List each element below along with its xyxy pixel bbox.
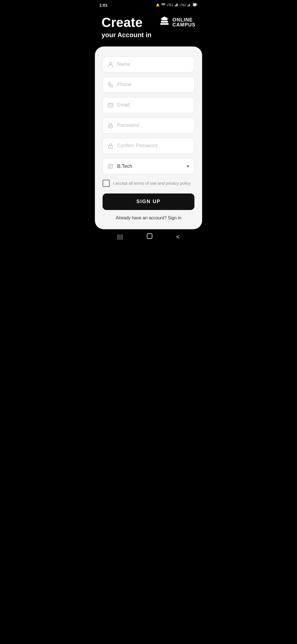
name-input[interactable] (117, 61, 190, 67)
logo-online-label: ONLINE (172, 17, 193, 22)
svg-rect-20 (147, 234, 152, 239)
logo-campus-label: CAMPUS (172, 22, 196, 27)
svg-rect-11 (161, 19, 167, 20)
svg-rect-8 (193, 4, 196, 6)
recent-apps-icon[interactable]: ||| (117, 234, 123, 240)
status-bar: 1:01 🔔 LTE1 LTE2 (95, 0, 202, 10)
course-select-wrapper: B.Tech M.Tech BCA MCA BSc MSc ▼ (103, 158, 194, 174)
person-icon (107, 61, 114, 67)
svg-rect-9 (160, 23, 169, 25)
svg-point-16 (110, 126, 111, 127)
password-input[interactable] (117, 122, 190, 128)
header: Create your Account in ONLINE CAMPUS (95, 10, 202, 47)
logo-icon (159, 15, 170, 29)
status-time: 1:01 (99, 3, 108, 7)
terms-checkbox[interactable] (103, 180, 110, 187)
signin-link[interactable]: Already have an account? Sign in (103, 215, 194, 220)
email-input-wrapper (103, 97, 194, 113)
svg-point-18 (110, 146, 111, 147)
phone-icon (107, 82, 114, 88)
signal2-icon (188, 3, 191, 7)
svg-point-13 (109, 62, 112, 64)
page-title-subtitle: your Account in (101, 31, 152, 39)
wifi-icon (161, 3, 166, 7)
confirm-lock-icon (107, 143, 114, 149)
logo: ONLINE CAMPUS (159, 15, 196, 29)
phone-input-wrapper (103, 77, 194, 93)
phone-input[interactable] (117, 82, 190, 88)
svg-rect-2 (176, 4, 177, 6)
lock-icon (107, 122, 114, 129)
confirm-password-input[interactable] (117, 143, 190, 149)
page-title-create: Create (101, 15, 152, 30)
signal1-icon (175, 3, 178, 7)
password-input-wrapper (103, 118, 194, 133)
bottom-nav: ||| < (95, 229, 202, 245)
course-select[interactable]: B.Tech M.Tech BCA MCA BSc MSc (117, 163, 183, 169)
terms-row: I accept all terms of use and privacy po… (103, 179, 194, 188)
svg-rect-5 (188, 5, 189, 6)
svg-marker-12 (160, 17, 169, 19)
home-icon[interactable] (146, 233, 153, 241)
battery-icon (193, 3, 198, 7)
email-icon (107, 102, 114, 108)
email-input[interactable] (117, 102, 190, 108)
svg-rect-3 (177, 3, 178, 6)
terms-label: I accept all terms of use and privacy po… (113, 181, 191, 185)
status-icons: 🔔 LTE1 LTE2 (156, 3, 198, 7)
back-icon[interactable]: < (176, 233, 180, 241)
header-title-block: Create your Account in (101, 15, 152, 39)
svg-rect-1 (175, 5, 176, 6)
svg-rect-4 (188, 6, 188, 6)
svg-rect-14 (108, 103, 113, 107)
notification-icon: 🔔 (156, 3, 160, 7)
name-input-wrapper (103, 56, 194, 72)
svg-rect-10 (161, 21, 168, 23)
lte2-icon: LTE2 (180, 4, 186, 7)
form-card: B.Tech M.Tech BCA MCA BSc MSc ▼ I accept… (95, 47, 202, 229)
logo-text: ONLINE CAMPUS (172, 17, 196, 27)
lte1-icon: LTE1 (167, 4, 173, 7)
course-icon (107, 163, 114, 170)
svg-rect-6 (189, 4, 190, 6)
svg-rect-0 (175, 6, 175, 6)
confirm-password-input-wrapper (103, 138, 194, 154)
signup-button[interactable]: SIGN UP (103, 193, 194, 210)
dropdown-arrow-icon: ▼ (186, 164, 190, 168)
